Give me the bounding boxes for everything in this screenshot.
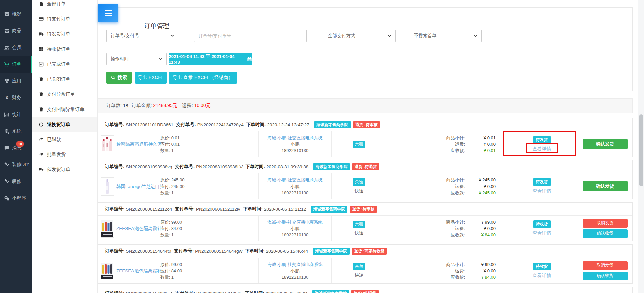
pay-price-value: 84.00	[171, 226, 182, 231]
pay-no-label: 支付单号:	[174, 248, 194, 254]
view-detail-link[interactable]: 查看详情	[533, 230, 551, 236]
export-excel-button[interactable]: 导出 EXCEL	[135, 72, 167, 84]
confirm-ship-button[interactable]: 确认发货	[583, 181, 628, 191]
first-order-select[interactable]: 不搜索首单	[410, 30, 482, 42]
sidebar-item-members[interactable]: 会员	[0, 39, 32, 56]
submenu-item-label: 退换货订单	[47, 122, 70, 128]
gears-icon	[4, 129, 10, 134]
submenu-item-all-orders[interactable]: 全部订单	[32, 0, 97, 11]
collapse-menu-button[interactable]	[98, 4, 118, 22]
order-time-value: 2020-08-31 09:39:38	[266, 164, 308, 169]
orig-price-value: 0.01	[171, 135, 180, 140]
cancel-ship-button[interactable]: 取消发货	[583, 219, 628, 228]
submenu-item-label: 批量发货	[47, 152, 66, 158]
pay-no-value: PN20200605154644gw	[195, 249, 242, 254]
buyer-phone: 18922310130	[282, 147, 309, 154]
export-excel-label: 导出 EXCEL	[138, 75, 164, 81]
sidebar-item-finance[interactable]: ¥ 财务	[0, 89, 32, 106]
freight-total-value: 10.00元	[194, 103, 211, 109]
order-submenu: 全部订单 待支付订单 待发货订单 待收货订单 已完成订单 已关闭订单 支付异常订…	[32, 0, 98, 293]
submenu-item-to-ship-orders[interactable]: 待发货订单	[32, 26, 97, 42]
submenu-item-label: 已关闭订单	[47, 76, 70, 82]
order-card-body: ZEESEA滋色隔离霜补水... 原价:99.00 应付:84.00 数量:1 …	[98, 258, 632, 283]
refresh-icon	[39, 122, 44, 127]
scrollbar-thumb[interactable]	[639, 114, 643, 186]
order-no-label: 订单编号:	[105, 290, 125, 293]
sidebar-item-stats[interactable]: 统计	[0, 106, 32, 123]
actions-cell: 确认发货	[578, 131, 632, 157]
search-button[interactable]: 搜索	[106, 72, 132, 84]
sidebar-item-decorate[interactable]: 装修	[0, 173, 32, 190]
submenu-item-label: 催发货订单	[47, 167, 70, 173]
search-input[interactable]	[194, 30, 307, 42]
search-type-select[interactable]: 订单号/支付号	[106, 30, 178, 42]
date-range-button[interactable]: 2021-01-04 11:43 至 2021-01-04 11:43	[169, 53, 252, 65]
sidebar-item-apps[interactable]: 应用	[0, 73, 32, 89]
order-no-label: 订单编号:	[105, 248, 125, 254]
pay-method-select[interactable]: 全部支付方式	[324, 30, 396, 42]
pay-method-cell: 余额 快递	[332, 216, 386, 241]
product-name-link[interactable]: 韩国Laneige兰芝进口雪纱...	[116, 184, 161, 190]
sidebar-item-messages[interactable]: 消息 10	[0, 140, 32, 156]
submenu-item-to-receive-orders[interactable]: 待收货订单	[32, 42, 97, 57]
pay-no-value: PN20200606152112iv	[196, 207, 240, 212]
confirm-receive-button[interactable]: 确认收货	[583, 272, 628, 280]
confirm-receive-button[interactable]: 确认收货	[583, 229, 628, 238]
calendar-icon	[247, 57, 252, 62]
sidebar-item-orders[interactable]: 订单	[0, 56, 32, 73]
export-dealer-excel-button[interactable]: 导出 直推 EXCEL（经销商）	[169, 72, 237, 84]
status-cell: 待发货 查看详情	[506, 173, 578, 199]
freight-label: 运费:	[386, 268, 465, 274]
product-name-link[interactable]: ZEESEA滋色隔离霜补水...	[116, 226, 161, 232]
order-card-body: 透蜜隔离霜遮瑕持久保湿... 原价:0.01 应付:0.01 数量:1 海诚-小…	[98, 131, 632, 157]
date-range-value: 2021-01-04 11:43 至 2021-01-04 11:43	[169, 54, 244, 65]
submenu-item-completed-orders[interactable]: 已完成订单	[32, 57, 97, 72]
freight-label: 运费:	[386, 183, 465, 190]
submenu-item-label: 支付回调异常订单	[47, 106, 85, 113]
sidebar-item-goods[interactable]: 商品	[0, 22, 32, 39]
sidebar-item-mini-program[interactable]: 小程序	[0, 190, 32, 207]
view-detail-link[interactable]: 查看详情	[533, 146, 551, 152]
orig-price-label: 原价:	[160, 261, 170, 268]
status-cell: 待收货 查看详情	[506, 216, 578, 241]
return-status-badge: 退货 :商家待收货	[352, 248, 387, 255]
scrollbar-track[interactable]	[638, 0, 644, 293]
product-image	[101, 262, 114, 280]
submenu-item-closed-orders[interactable]: 已关闭订单	[32, 72, 97, 87]
product-name-link[interactable]: 透蜜隔离霜遮瑕持久保湿...	[116, 141, 161, 147]
submenu-item-pay-callback-error-orders[interactable]: 支付回调异常订单	[32, 102, 97, 117]
order-card-body: ZEESEA滋色隔离霜补水... 原价:99.00 应付:84.00 数量:1 …	[98, 216, 632, 241]
submenu-item-return-orders[interactable]: 退换货订单	[32, 117, 97, 132]
submenu-item-label: 已完成订单	[47, 61, 70, 67]
return-status-badge: 退货 :待审核	[350, 206, 377, 213]
search-button-label: 搜索	[118, 75, 127, 81]
submenu-item-urge-ship-orders[interactable]: 催发货订单	[32, 162, 97, 177]
pay-price-value: 84.00	[171, 268, 182, 273]
cancel-ship-button[interactable]: 取消发货	[583, 261, 628, 270]
shop-badge: 海诚新零售商学院	[311, 206, 347, 213]
submenu-item-unpaid-orders[interactable]: 待支付订单	[32, 11, 97, 26]
submenu-item-refunded[interactable]: 已退款	[32, 132, 97, 147]
view-detail-link[interactable]: 查看详情	[533, 273, 551, 279]
product-name-link[interactable]: ZEESEA滋色隔离霜补水...	[116, 268, 161, 274]
status-cell: 待收货 查看详情	[506, 258, 578, 283]
buyer-phone: 18922310130	[282, 274, 309, 280]
sidebar-item-overview[interactable]: 概况	[0, 6, 32, 22]
qty-label: 数量:	[160, 232, 170, 238]
return-status-badge: 换货 :待退货	[351, 290, 378, 293]
pay-method-badge: 余额	[353, 263, 365, 270]
order-card-header: 订单编号: SN20200605154644t0 支付单号: PN2020060…	[98, 245, 632, 258]
apps-icon	[4, 78, 10, 84]
sidebar-item-system[interactable]: 系统	[0, 123, 32, 140]
sidebar-item-label: 财务	[12, 95, 21, 101]
freight-total-label: 运费:	[182, 103, 193, 109]
confirm-ship-button[interactable]: 确认发货	[583, 139, 628, 149]
receivable-value: ¥ 245.00	[465, 190, 496, 196]
sidebar-item-decorate-diy[interactable]: 装修DIY	[0, 156, 32, 173]
submenu-item-batch-ship[interactable]: 批量发货	[32, 147, 97, 162]
time-type-select[interactable]: 操作时间	[106, 53, 167, 65]
submenu-item-pay-error-orders[interactable]: 支付异常订单	[32, 87, 97, 102]
amounts-cell: 商品小计:¥ 99.00 运费:¥ 0.00 应收款:¥ 84.00	[386, 258, 506, 283]
order-card: 订单编号: SN2012081101BD3661 支付单号: PN2020122…	[98, 118, 633, 157]
view-detail-link[interactable]: 查看详情	[533, 188, 551, 194]
